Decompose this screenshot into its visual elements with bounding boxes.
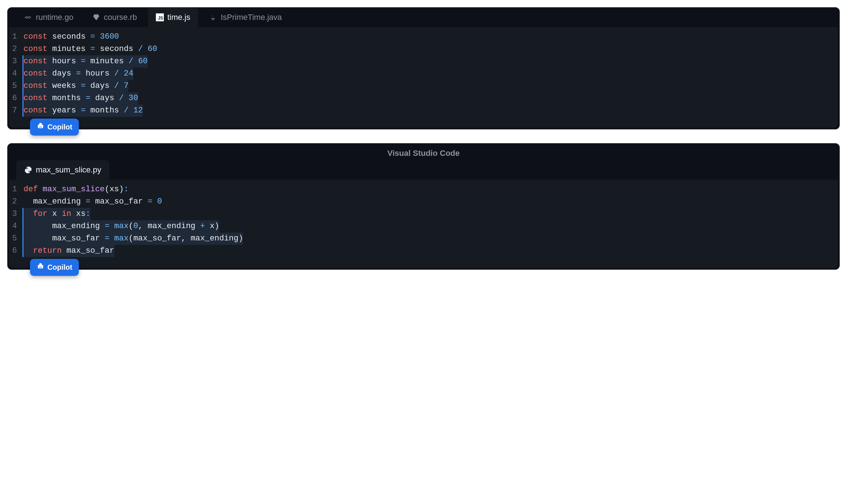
code-editor-window-1: -GOruntime.gocourse.rbJStime.jsIsPrimeTi… bbox=[7, 7, 840, 129]
tab-course-rb[interactable]: course.rb bbox=[84, 8, 145, 27]
ruby-file-icon bbox=[92, 13, 100, 21]
code-line[interactable]: 4 max_ending = max(0, max_ending + x) bbox=[9, 220, 838, 232]
line-content: const minutes = seconds / 60 bbox=[24, 43, 838, 55]
go-file-icon: -GO bbox=[24, 13, 32, 21]
code-line[interactable]: 1def max_sum_slice(xs): bbox=[9, 183, 838, 196]
copilot-icon bbox=[37, 262, 44, 272]
line-content: const weeks = days / 7 bbox=[24, 80, 838, 92]
svg-text:-GO: -GO bbox=[24, 15, 31, 19]
code-area: 1def max_sum_slice(xs):2 max_ending = ma… bbox=[9, 180, 838, 268]
copilot-button[interactable]: Copilot bbox=[30, 119, 79, 136]
tab-isprimetime-java[interactable]: IsPrimeTime.java bbox=[201, 8, 290, 27]
copilot-label: Copilot bbox=[47, 263, 72, 272]
svg-text:JS: JS bbox=[158, 16, 163, 21]
code-line[interactable]: 2const minutes = seconds / 60 bbox=[9, 43, 838, 55]
python-file-icon bbox=[24, 166, 32, 174]
line-number: 4 bbox=[9, 220, 24, 232]
line-number: 3 bbox=[9, 55, 24, 68]
line-content: return max_so_far bbox=[24, 245, 838, 257]
code-line[interactable]: 7const years = months / 12 bbox=[9, 104, 838, 117]
line-number: 1 bbox=[9, 183, 24, 196]
window-title: Visual Studio Code bbox=[8, 144, 839, 160]
code-line[interactable]: 5const weeks = days / 7 bbox=[9, 80, 838, 92]
code-line[interactable]: 3 for x in xs: bbox=[9, 208, 838, 220]
code-line[interactable]: 5 max_so_far = max(max_so_far, max_endin… bbox=[9, 232, 838, 245]
tab-bar: -GOruntime.gocourse.rbJStime.jsIsPrimeTi… bbox=[8, 8, 839, 27]
line-content: max_ending = max_so_far = 0 bbox=[24, 196, 838, 208]
tab-label: runtime.go bbox=[36, 13, 73, 22]
code-line[interactable]: 4const days = hours / 24 bbox=[9, 68, 838, 80]
line-content: max_so_far = max(max_so_far, max_ending) bbox=[24, 232, 838, 245]
line-number: 6 bbox=[9, 92, 24, 104]
line-content: for x in xs: bbox=[24, 208, 838, 220]
tab-label: max_sum_slice.py bbox=[36, 165, 101, 175]
tab-runtime-go[interactable]: -GOruntime.go bbox=[16, 8, 81, 27]
copilot-button[interactable]: Copilot bbox=[30, 259, 79, 276]
code-line[interactable]: 2 max_ending = max_so_far = 0 bbox=[9, 196, 838, 208]
code-area: 1const seconds = 36002const minutes = se… bbox=[9, 27, 838, 128]
line-content: const seconds = 3600 bbox=[24, 31, 838, 43]
line-number: 2 bbox=[9, 43, 24, 55]
tab-max_sum_slice-py[interactable]: max_sum_slice.py bbox=[16, 160, 109, 180]
line-number: 2 bbox=[9, 196, 24, 208]
line-content: const years = months / 12 bbox=[24, 104, 838, 117]
line-number: 6 bbox=[9, 245, 24, 257]
line-number: 4 bbox=[9, 68, 24, 80]
js-file-icon: JS bbox=[156, 13, 164, 21]
line-content: const days = hours / 24 bbox=[24, 68, 838, 80]
line-number: 7 bbox=[9, 104, 24, 117]
code-editor-window-2: Visual Studio Code max_sum_slice.py 1def… bbox=[7, 143, 840, 270]
line-number: 5 bbox=[9, 232, 24, 245]
line-content: max_ending = max(0, max_ending + x) bbox=[24, 220, 838, 232]
tab-bar: max_sum_slice.py bbox=[8, 160, 839, 180]
tab-label: course.rb bbox=[104, 13, 137, 22]
copilot-icon bbox=[37, 122, 44, 132]
tab-time-js[interactable]: JStime.js bbox=[148, 8, 199, 27]
line-content: const hours = minutes / 60 bbox=[24, 55, 838, 68]
line-number: 1 bbox=[9, 31, 24, 43]
copilot-label: Copilot bbox=[47, 123, 72, 131]
line-number: 3 bbox=[9, 208, 24, 220]
line-content: def max_sum_slice(xs): bbox=[24, 183, 838, 196]
tab-label: IsPrimeTime.java bbox=[221, 13, 282, 22]
code-line[interactable]: 6const months = days / 30 bbox=[9, 92, 838, 104]
code-line[interactable]: 6 return max_so_far bbox=[9, 245, 838, 257]
line-content: const months = days / 30 bbox=[24, 92, 838, 104]
line-number: 5 bbox=[9, 80, 24, 92]
code-line[interactable]: 1const seconds = 3600 bbox=[9, 31, 838, 43]
tab-label: time.js bbox=[167, 13, 191, 22]
java-file-icon bbox=[209, 13, 217, 21]
code-line[interactable]: 3const hours = minutes / 60 bbox=[9, 55, 838, 68]
